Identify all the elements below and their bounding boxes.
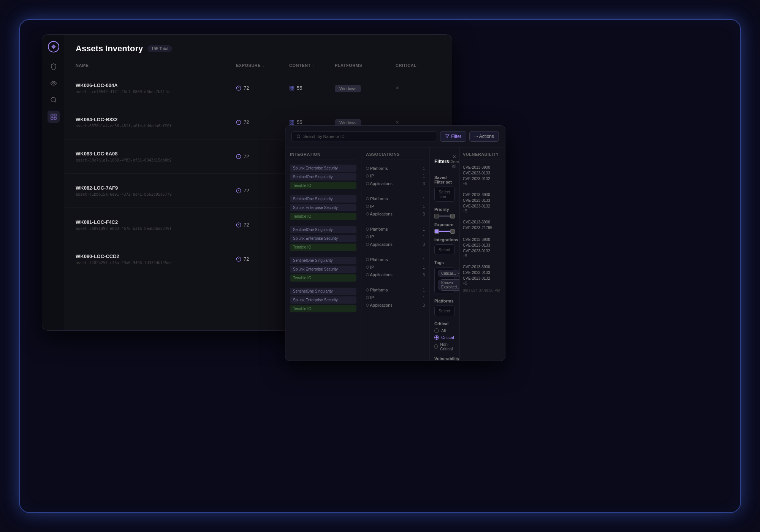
tag-chip-exploited[interactable]: Known Exploited... × xyxy=(438,279,459,291)
asset-name: WK026-LOC-004A xyxy=(76,82,236,88)
radio-dot-all xyxy=(434,328,439,333)
asset-name: WK082-LOC-7AF9 xyxy=(76,185,236,191)
page-title: Assets Inventory xyxy=(76,44,143,54)
asset-info: WK081-LOC-F4C2 asset-36091d98-e083-467d-… xyxy=(76,219,236,231)
svg-point-2 xyxy=(51,97,55,102)
svg-point-1 xyxy=(52,82,54,84)
integrations-select[interactable]: Select xyxy=(434,244,455,255)
platform-cell: Windows xyxy=(335,85,396,92)
integration-badge[interactable]: Splunk Enterprise Security xyxy=(290,296,356,304)
assoc-group: Platforms1 IP1 Applications3 xyxy=(366,165,425,187)
integration-badge[interactable]: SentinelOne Singularity xyxy=(290,173,356,180)
vuln-item: CVE-2023-0132 xyxy=(463,276,502,281)
assoc-item[interactable]: Platforms1 xyxy=(366,195,425,203)
vuln-item: CVE-2013-3900 xyxy=(463,165,502,170)
assoc-item[interactable]: Platforms1 xyxy=(366,165,425,172)
integration-badge-tenable[interactable]: Tenable IO xyxy=(290,244,356,251)
priority-thumb-right[interactable] xyxy=(450,214,455,218)
col-header-name[interactable]: Name xyxy=(76,63,236,68)
integration-badge[interactable]: Splunk Enterprise Security xyxy=(290,266,356,273)
assoc-item[interactable]: Platforms1 xyxy=(366,225,425,233)
integration-badge[interactable]: Splunk Enterprise Security xyxy=(290,204,356,211)
assoc-item-applications[interactable]: Applications3 xyxy=(366,210,425,218)
assoc-item-applications[interactable]: Applications3 xyxy=(366,301,425,309)
platforms-select[interactable]: Select xyxy=(434,306,455,316)
tag-chip-critical[interactable]: Critical... × xyxy=(438,270,459,277)
assoc-item[interactable]: Platforms1 xyxy=(366,256,425,263)
clear-all-button[interactable]: ✕ Clear all xyxy=(449,152,459,171)
table-row[interactable]: WK026-LOC-004A asset-ccef0549-4171-46c7-… xyxy=(65,71,452,105)
vuln-group: CVE-2013-3900 CVE-2023-0133 CVE-2023-013… xyxy=(463,192,502,213)
outer-wrapper: Assets Inventory 195 Total Name Exposure… xyxy=(19,19,741,513)
radio-non-critical[interactable]: Non-Critical xyxy=(434,342,455,351)
filter-actions-top: ✕ Clear all ⊙ Save filter set xyxy=(449,152,459,171)
radio-critical[interactable]: Critical xyxy=(434,335,455,340)
radio-all[interactable]: All xyxy=(434,328,455,333)
exposure-section: Exposure xyxy=(434,222,455,232)
integration-badge-tenable[interactable]: Tenable IO xyxy=(290,213,356,220)
total-badge: 195 Total xyxy=(147,45,172,52)
platform-cell: Windows xyxy=(335,119,396,126)
priority-slider[interactable] xyxy=(434,215,455,217)
assoc-item[interactable]: IP1 xyxy=(366,172,425,180)
col-header-content[interactable]: Content ↑ xyxy=(289,63,335,68)
vuln-more: +5 xyxy=(463,209,502,213)
vuln-group: CVE-2013-3900 CVE-2023-0133 CVE-2023-013… xyxy=(463,264,502,293)
vulnerability-label: Vulnerability xyxy=(434,356,455,361)
svg-rect-10 xyxy=(290,89,291,90)
assoc-item-applications[interactable]: Applications3 xyxy=(366,271,425,279)
filter-button[interactable]: Filter xyxy=(440,131,466,142)
critical-section: Critical All Critical Non-Critical xyxy=(434,321,455,351)
svg-rect-13 xyxy=(290,120,291,122)
svg-rect-16 xyxy=(292,123,294,124)
vuln-item: CVE-2023-0133 xyxy=(463,198,502,203)
vuln-item: CVE-2013-3900 xyxy=(463,219,502,225)
exposure-cell: 72 xyxy=(236,222,289,228)
content-cell: 55 xyxy=(289,119,335,125)
sidebar-icon-shield[interactable] xyxy=(48,60,60,73)
col-header-platforms[interactable]: Platforms xyxy=(335,63,396,68)
integration-badge[interactable]: SentinelOne Singularity xyxy=(290,288,356,295)
assoc-item[interactable]: Platforms1 xyxy=(366,286,425,294)
sidebar-icon-assets[interactable] xyxy=(48,111,60,123)
search-box[interactable]: Search by Name or ID xyxy=(291,131,437,141)
exposure-thumb-left[interactable] xyxy=(434,229,439,234)
assoc-item-applications[interactable]: Applications3 xyxy=(366,241,425,248)
integrations-filter-label: Integrations xyxy=(434,238,455,242)
vuln-item: CVE-2023-0132 xyxy=(463,203,502,209)
assoc-item-applications[interactable]: Applications3 xyxy=(366,180,425,187)
integration-badge-tenable[interactable]: Tenable IO xyxy=(290,274,356,282)
exposure-thumb-right[interactable] xyxy=(450,229,455,234)
asset-name: WK084-LOC-B832 xyxy=(76,117,236,122)
integration-badge[interactable]: SentinelOne Singularity xyxy=(290,195,356,203)
assoc-item[interactable]: IP1 xyxy=(366,203,425,210)
asset-info: WK083-LOC-6A08 asset-58e7a1a1-1830-4f83-… xyxy=(76,151,236,162)
integration-badge[interactable]: SentinelOne Singularity xyxy=(290,226,356,233)
asset-id: asset-4f82b25f-c46a-49a6-9496-7d334db745… xyxy=(76,261,236,265)
integrations-header: Integration xyxy=(290,152,356,160)
assoc-item[interactable]: IP1 xyxy=(366,294,425,301)
app-logo[interactable] xyxy=(48,41,60,53)
integration-badge[interactable]: Splunk Enterprise Security xyxy=(290,165,356,172)
saved-filter-section: Saved Filter set Select filter xyxy=(434,175,455,202)
integration-badge[interactable]: Splunk Enterprise Security xyxy=(290,235,356,242)
integration-badge[interactable]: SentinelOne Singularity xyxy=(290,257,356,264)
col-header-exposure[interactable]: Exposure ↓ xyxy=(236,63,289,68)
col-header-critical[interactable]: Critical ↑ xyxy=(396,63,441,68)
assoc-item[interactable]: IP1 xyxy=(366,263,425,271)
integration-badge-tenable[interactable]: Tenable IO xyxy=(290,182,356,189)
exposure-slider[interactable] xyxy=(434,231,455,232)
saved-filter-select[interactable]: Select filter xyxy=(434,187,455,202)
svg-rect-15 xyxy=(290,123,291,124)
actions-button[interactable]: ··· Actions xyxy=(469,131,499,142)
priority-thumb-left[interactable] xyxy=(434,214,439,218)
sidebar-icon-search[interactable] xyxy=(48,94,60,106)
integration-group: SentinelOne Singularity Splunk Enterpris… xyxy=(290,195,356,220)
sidebar-icon-eye[interactable] xyxy=(48,77,60,89)
integration-badge-tenable[interactable]: Tenable IO xyxy=(290,305,356,312)
assoc-item[interactable]: IP1 xyxy=(366,233,425,241)
vuln-item: CVE-2023-21795 xyxy=(463,225,502,231)
filters-column: Filters ✕ Clear all ⊙ Save filter set Sa… xyxy=(430,147,459,361)
svg-rect-6 xyxy=(54,117,56,119)
tags-select[interactable]: Critical... × Known Exploited... × xyxy=(434,267,455,293)
